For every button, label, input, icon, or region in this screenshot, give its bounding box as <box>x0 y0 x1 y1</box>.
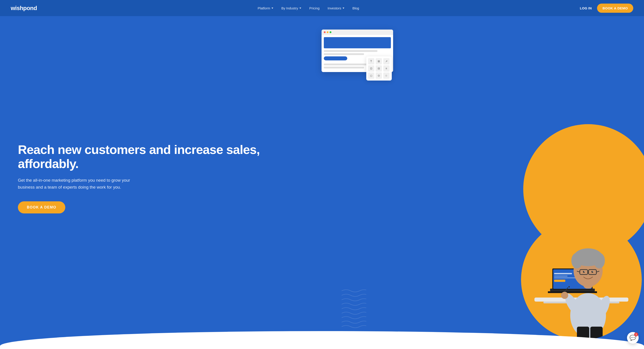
svg-point-14 <box>561 292 568 299</box>
svg-rect-8 <box>554 276 568 276</box>
chevron-down-icon <box>342 8 344 9</box>
ui-mockup-browser: T ⊞ ↗ ⊡ ⊟ ≡ ◻ ⊙ ☆ <box>322 30 393 72</box>
nav-link-by-industry[interactable]: By Industry <box>278 5 304 12</box>
window-min-dot <box>327 31 328 33</box>
toolbar-icon-2: ⊞ <box>376 58 382 65</box>
toolbar-icon-6: ≡ <box>383 65 390 72</box>
svg-rect-7 <box>554 273 572 274</box>
toolbar-icon-8: ⊙ <box>376 73 382 79</box>
person-illustration <box>521 219 642 340</box>
wave-lines-decoration <box>340 286 366 331</box>
svg-rect-32 <box>590 327 603 339</box>
navbar: wishpond Platform By Industry Pricing In… <box>0 0 644 16</box>
hero-subheadline: Get the all-in-one marketing platform yo… <box>18 177 134 191</box>
nav-item-investors[interactable]: Investors <box>324 5 348 12</box>
chat-badge-count: 1 <box>634 332 638 336</box>
svg-point-21 <box>594 253 605 268</box>
hero-left: Reach new customers and increase sales, … <box>0 16 335 349</box>
svg-rect-4 <box>548 291 597 293</box>
toolbar-icon-1: T <box>368 58 374 65</box>
mockup-toolbar: T ⊞ ↗ ⊡ ⊟ ≡ ◻ ⊙ ☆ <box>366 56 392 81</box>
hero-cta-button[interactable]: BOOK A DEMO <box>18 201 65 213</box>
mockup-line-2 <box>324 53 364 55</box>
svg-point-20 <box>571 253 582 268</box>
nav-actions: LOG IN BOOK A DEMO <box>580 4 633 13</box>
nav-link-blog[interactable]: Blog <box>349 5 362 12</box>
person-svg <box>521 219 642 340</box>
window-close-dot <box>324 31 326 33</box>
svg-point-16 <box>568 286 570 287</box>
mockup-header-graphic <box>324 37 391 48</box>
svg-rect-10 <box>554 280 565 282</box>
nav-item-pricing[interactable]: Pricing <box>306 5 323 12</box>
svg-rect-9 <box>554 277 576 278</box>
mockup-cta-line <box>324 56 347 60</box>
svg-point-29 <box>584 271 585 272</box>
toolbar-icon-5: ⊟ <box>376 65 382 72</box>
toolbar-icon-7: ◻ <box>368 73 374 79</box>
mockup-line-4 <box>324 67 364 69</box>
toolbar-icon-4: ⊡ <box>368 65 374 72</box>
chevron-down-icon <box>300 8 301 9</box>
brand-logo[interactable]: wishpond <box>11 5 37 12</box>
nav-item-platform[interactable]: Platform <box>254 5 276 12</box>
nav-item-blog[interactable]: Blog <box>349 5 362 12</box>
nav-link-pricing[interactable]: Pricing <box>306 5 323 12</box>
hero-section: Reach new customers and increase sales, … <box>0 16 644 349</box>
chevron-down-icon <box>272 8 273 9</box>
hero-right: T ⊞ ↗ ⊡ ⊟ ≡ ◻ ⊙ ☆ <box>335 16 644 349</box>
mockup-line-1 <box>324 50 378 52</box>
nav-links: Platform By Industry Pricing Investors B… <box>254 5 362 12</box>
mockup-browser-bar <box>322 30 393 35</box>
login-link[interactable]: LOG IN <box>580 6 592 10</box>
hero-headline: Reach new customers and increase sales, … <box>18 143 322 171</box>
chat-bubble-button[interactable]: 💬 1 <box>627 332 639 344</box>
toolbar-icon-3: ↗ <box>383 58 390 65</box>
nav-item-by-industry[interactable]: By Industry <box>278 5 304 12</box>
nav-link-platform[interactable]: Platform <box>254 5 276 12</box>
window-max-dot <box>330 31 332 33</box>
nav-book-demo-button[interactable]: BOOK A DEMO <box>597 4 633 13</box>
svg-point-30 <box>592 271 593 272</box>
nav-link-investors[interactable]: Investors <box>324 5 348 12</box>
toolbar-icon-9: ☆ <box>383 73 390 79</box>
